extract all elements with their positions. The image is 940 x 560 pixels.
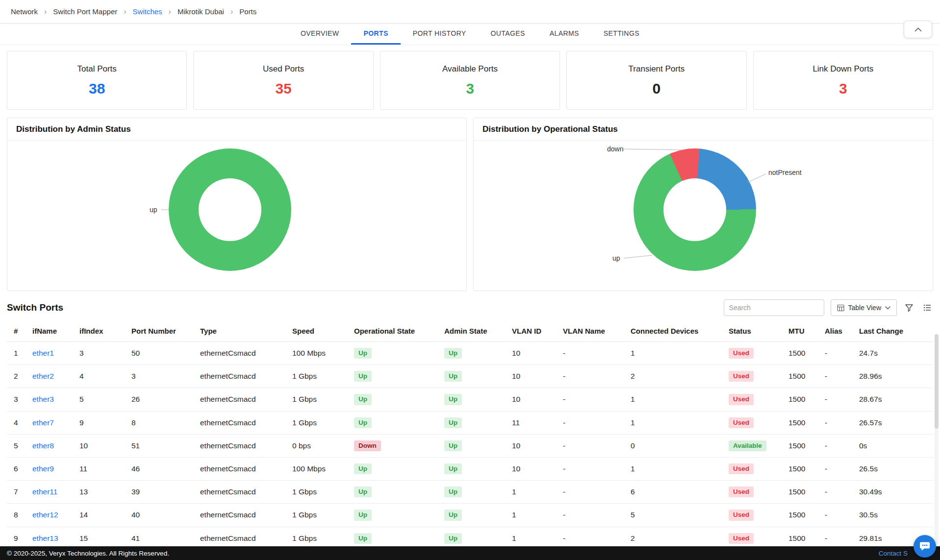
cell-status: Used — [725, 457, 785, 480]
tab-bar: OVERVIEWPORTSPORT HISTORYOUTAGESALARMSSE… — [0, 24, 940, 45]
stat-label: Total Ports — [77, 64, 117, 74]
cell-ifIndex: 14 — [76, 504, 127, 527]
tab-port-history[interactable]: PORT HISTORY — [401, 24, 479, 45]
search-input[interactable] — [724, 299, 824, 316]
tab-ports[interactable]: PORTS — [351, 24, 400, 45]
column-header-status[interactable]: Status — [725, 320, 785, 342]
table-row: 3ether3526ethernetCsmacd1 GbpsUpUp10-1Us… — [7, 388, 933, 411]
cell-type: ethernetCsmacd — [196, 434, 288, 457]
breadcrumb-item-mikrotik-dubai[interactable]: Mikrotik Dubai — [178, 7, 224, 16]
chat-widget-button[interactable] — [914, 535, 936, 558]
table-header-row: #ifNameifIndexPort NumberTypeSpeedOperat… — [7, 320, 933, 342]
cell-portNumber: 39 — [127, 481, 196, 504]
column-header-vlan-id[interactable]: VLAN ID — [508, 320, 559, 342]
column-header-port-number[interactable]: Port Number — [127, 320, 196, 342]
stat-value: 3 — [466, 80, 474, 97]
column-header-last-change[interactable]: Last Change — [855, 320, 933, 342]
chart-area-operational-status: down notPresent up — [474, 141, 933, 291]
donut-chart-operational-status[interactable] — [634, 148, 756, 271]
port-name-link[interactable]: ether8 — [32, 441, 54, 450]
chart-panel-admin-status: Distribution by Admin Status up — [7, 118, 467, 291]
cell-lastChange: 26.57s — [855, 411, 933, 434]
cell-speed: 1 Gbps — [288, 481, 350, 504]
cell-vlanId: 10 — [508, 457, 559, 480]
port-name-link[interactable]: ether1 — [32, 349, 54, 357]
cell-ifIndex: 11 — [76, 457, 127, 480]
operational-state-badge: Up — [354, 533, 372, 544]
column-header-type[interactable]: Type — [196, 320, 288, 342]
column-header-vlan-name[interactable]: VLAN Name — [559, 320, 627, 342]
cell-connectedDevices: 1 — [627, 411, 725, 434]
table-row: 1ether1350ethernetCsmacd100 MbpsUpUp10-1… — [7, 342, 933, 365]
column-header-num[interactable]: # — [7, 320, 28, 342]
breadcrumb-item-ports[interactable]: Ports — [239, 7, 256, 16]
collapse-panel-button[interactable] — [904, 21, 932, 38]
cell-vlanId: 10 — [508, 342, 559, 365]
tab-alarms[interactable]: ALARMS — [537, 24, 591, 45]
cell-vlanId: 10 — [508, 434, 559, 457]
table-row: 5ether81051ethernetCsmacd0 bpsDownUp10-0… — [7, 434, 933, 457]
breadcrumb-chevron-icon: › — [230, 8, 233, 16]
cell-ifName: ether2 — [28, 365, 76, 388]
cell-speed: 1 Gbps — [288, 411, 350, 434]
column-header-mtu[interactable]: MTU — [785, 320, 821, 342]
cell-ifIndex: 5 — [76, 388, 127, 411]
cell-operState: Up — [350, 481, 440, 504]
filter-button[interactable] — [903, 302, 915, 314]
column-header-admin-state[interactable]: Admin State — [440, 320, 508, 342]
port-name-link[interactable]: ether9 — [32, 464, 54, 473]
cell-lastChange: 24.7s — [855, 342, 933, 365]
port-name-link[interactable]: ether7 — [32, 418, 54, 427]
column-chooser-button[interactable] — [921, 302, 933, 314]
tab-overview[interactable]: OVERVIEW — [288, 24, 351, 45]
cell-alias: - — [821, 411, 855, 434]
port-name-link[interactable]: ether2 — [32, 372, 54, 380]
breadcrumb-item-switches[interactable]: Switches — [133, 7, 162, 16]
cell-adminState: Up — [440, 504, 508, 527]
column-header-ifindex[interactable]: ifIndex — [76, 320, 127, 342]
cell-ifName: ether7 — [28, 411, 76, 434]
port-name-link[interactable]: ether3 — [32, 395, 54, 403]
column-header-speed[interactable]: Speed — [288, 320, 350, 342]
breadcrumb-item-network[interactable]: Network — [11, 7, 38, 16]
contact-support-link[interactable]: Contact S — [879, 550, 908, 557]
tab-list: OVERVIEWPORTSPORT HISTORYOUTAGESALARMSSE… — [288, 24, 652, 45]
cell-adminState: Up — [440, 388, 508, 411]
cell-num: 2 — [7, 365, 28, 388]
scrollbar-thumb[interactable] — [935, 334, 939, 429]
cell-vlanId: 10 — [508, 365, 559, 388]
cell-status: Used — [725, 342, 785, 365]
tab-settings[interactable]: SETTINGS — [591, 24, 652, 45]
port-name-link[interactable]: ether11 — [32, 487, 57, 496]
admin-state-badge: Up — [444, 463, 462, 474]
cell-num: 6 — [7, 457, 28, 480]
breadcrumb-item-switch-port-mapper[interactable]: Switch Port Mapper — [53, 7, 117, 16]
stat-card-link-down-ports: Link Down Ports3 — [753, 51, 933, 110]
tab-outages[interactable]: OUTAGES — [479, 24, 537, 45]
column-header-connected-devices[interactable]: Connected Devices — [627, 320, 725, 342]
port-name-link[interactable]: ether13 — [32, 534, 58, 542]
column-header-ifname[interactable]: ifName — [28, 320, 76, 342]
port-name-link[interactable]: ether12 — [32, 511, 58, 519]
admin-state-badge: Up — [444, 348, 462, 359]
cell-vlanName: - — [559, 388, 627, 411]
column-header-alias[interactable]: Alias — [821, 320, 855, 342]
chevron-down-icon — [885, 306, 890, 310]
cell-status: Available — [725, 434, 785, 457]
table-view-label: Table View — [848, 304, 881, 312]
slice-label-up: up — [150, 206, 157, 214]
chart-title-admin-status: Distribution by Admin Status — [7, 118, 466, 141]
table-view-dropdown[interactable]: Table View — [831, 299, 897, 316]
table-scrollbar[interactable] — [935, 334, 939, 544]
cell-connectedDevices: 1 — [627, 457, 725, 480]
column-header-operational-state[interactable]: Operational State — [350, 320, 440, 342]
status-badge: Used — [729, 487, 754, 497]
table-row: 7ether111339ethernetCsmacd1 GbpsUpUp1-6U… — [7, 481, 933, 504]
cell-ifName: ether8 — [28, 434, 76, 457]
stat-label: Available Ports — [442, 64, 498, 74]
donut-chart-admin-status[interactable] — [169, 148, 291, 271]
operational-state-badge: Up — [354, 417, 372, 428]
cell-status: Used — [725, 411, 785, 434]
operational-state-badge: Up — [354, 348, 372, 359]
slice-label-notpresent: notPresent — [768, 169, 802, 176]
